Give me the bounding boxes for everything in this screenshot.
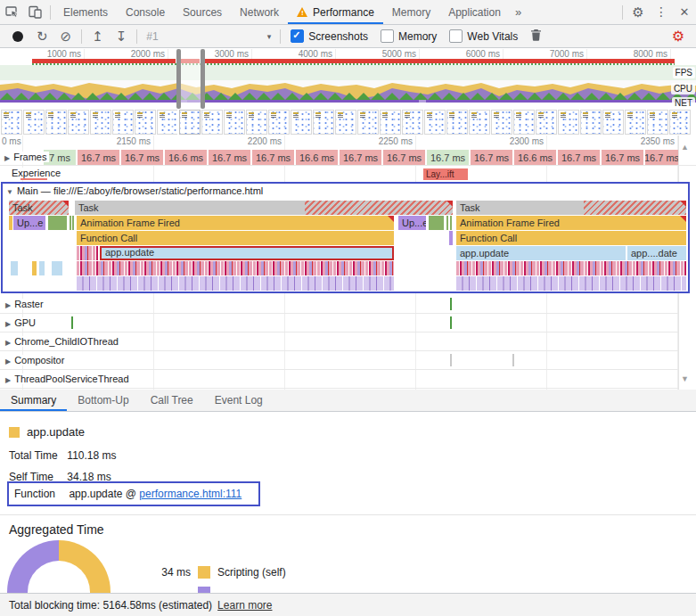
frames-track-label[interactable]: ▶Frames bbox=[2, 152, 49, 162]
save-profile-icon[interactable]: ↧ bbox=[116, 29, 127, 44]
style-recalc-fragments[interactable] bbox=[77, 246, 98, 260]
main-thread-header[interactable]: ▼Main — file:///E:/aboy/fe/browser/stati… bbox=[3, 184, 688, 201]
frame-duration-cell[interactable]: 16.6 ms bbox=[513, 150, 556, 165]
screenshot-thumbnail[interactable] bbox=[179, 110, 201, 135]
paint-bar[interactable] bbox=[48, 216, 67, 230]
function-call-bar[interactable]: Function Call bbox=[456, 231, 686, 245]
screenshot-thumbnail[interactable] bbox=[23, 110, 45, 135]
tab-call-tree[interactable]: Call Tree bbox=[140, 390, 204, 411]
tab-console[interactable]: Console bbox=[117, 0, 174, 24]
tab-bottom-up[interactable]: Bottom-Up bbox=[67, 390, 139, 411]
recording-history-select[interactable]: #1 ▾ bbox=[146, 30, 271, 43]
tab-application[interactable]: Application bbox=[439, 0, 510, 24]
checkbox-screenshots[interactable]: Screenshots bbox=[291, 29, 368, 43]
frame-duration-cell[interactable]: 16.7 ms bbox=[251, 150, 294, 165]
frame-duration-cell[interactable]: 16.7 ms bbox=[382, 150, 425, 165]
animation-frame-fired-bar[interactable]: Animation Frame Fired bbox=[456, 216, 686, 230]
app-update-bar[interactable]: app.update bbox=[456, 246, 626, 260]
screenshot-thumbnail[interactable] bbox=[45, 110, 67, 135]
frame-duration-cell[interactable]: 16.7 ms bbox=[601, 150, 643, 165]
frame-duration-cell[interactable]: 16.7 ms bbox=[77, 150, 119, 165]
recalc-style-stripes[interactable] bbox=[456, 276, 686, 291]
js-fragment[interactable] bbox=[11, 261, 18, 275]
more-options-icon[interactable]: ⋮ bbox=[650, 1, 673, 24]
screenshot-thumbnail[interactable] bbox=[224, 110, 245, 135]
screenshot-thumbnail[interactable] bbox=[536, 110, 557, 135]
reload-and-record-icon[interactable]: ↻ bbox=[37, 29, 48, 44]
learn-more-link[interactable]: Learn more bbox=[217, 599, 272, 612]
screenshot-thumbnail[interactable] bbox=[580, 110, 602, 135]
task-bar[interactable]: Task bbox=[75, 201, 453, 215]
record-button[interactable] bbox=[12, 31, 23, 42]
recalc-style-stripes[interactable] bbox=[77, 276, 394, 291]
screenshot-thumbnail[interactable] bbox=[68, 110, 89, 135]
screenshot-thumbnail[interactable] bbox=[90, 110, 111, 135]
screenshot-thumbnail[interactable] bbox=[246, 110, 267, 135]
update-layer-tree-bar[interactable]: Up...e bbox=[13, 216, 45, 230]
timeline-overview[interactable]: 1000 ms2000 ms3000 ms4000 ms5000 ms6000 … bbox=[0, 49, 696, 109]
track-row-chrome_childiothread[interactable]: ▶Chrome_ChildIOThread bbox=[0, 333, 678, 351]
tab-memory[interactable]: Memory bbox=[383, 0, 439, 24]
screenshot-thumbnail[interactable] bbox=[201, 110, 223, 135]
selection-right-handle[interactable] bbox=[201, 49, 205, 109]
paint-bar[interactable] bbox=[429, 216, 444, 230]
tab-performance[interactable]: Performance bbox=[288, 0, 383, 24]
paint-bar[interactable] bbox=[72, 216, 74, 230]
screenshot-thumbnail[interactable] bbox=[291, 110, 312, 135]
screenshot-thumbnail[interactable] bbox=[335, 110, 356, 135]
checkbox-box[interactable] bbox=[291, 29, 304, 43]
screenshot-thumbnail[interactable] bbox=[402, 110, 423, 135]
frame-duration-cell[interactable]: 16.7 ms bbox=[208, 150, 250, 165]
checkbox-web-vitals[interactable]: Web Vitals bbox=[449, 29, 518, 43]
long-task-bar[interactable]: Task bbox=[9, 201, 69, 215]
track-row-raster[interactable]: ▶Raster bbox=[0, 295, 678, 314]
screenshot-thumbnail[interactable] bbox=[513, 110, 535, 135]
screenshot-thumbnail[interactable] bbox=[558, 110, 579, 135]
paint-bar[interactable] bbox=[450, 216, 452, 230]
frame-duration-cell[interactable]: 16.6 ms bbox=[295, 150, 338, 165]
screenshot-thumbnail[interactable] bbox=[602, 110, 624, 135]
capture-settings-gear-icon[interactable]: ⚙ bbox=[672, 29, 684, 44]
main-thread-group[interactable]: ▼Main — file:///E:/aboy/fe/browser/stati… bbox=[1, 182, 690, 293]
track-row-threadpoolservicethread[interactable]: ▶ThreadPoolServiceThread bbox=[0, 370, 678, 389]
tab-elements[interactable]: Elements bbox=[54, 0, 117, 24]
frame-duration-cell[interactable]: 16.7 ms bbox=[120, 150, 163, 165]
paint-bar[interactable] bbox=[446, 216, 448, 230]
load-profile-icon[interactable]: ↥ bbox=[92, 29, 103, 44]
frame-duration-cell[interactable]: 16.7 ms bbox=[339, 150, 381, 165]
tab-summary[interactable]: Summary bbox=[0, 390, 67, 411]
screenshot-thumbnail[interactable] bbox=[446, 110, 468, 135]
settings-gear-icon[interactable]: ⚙ bbox=[626, 1, 650, 24]
experience-track-label[interactable]: Experience bbox=[9, 168, 63, 178]
frame-duration-cell[interactable]: 16.7 ms bbox=[644, 150, 678, 165]
style-layout-stripes[interactable] bbox=[456, 261, 686, 275]
source-location-link[interactable]: performance.html:111 bbox=[139, 488, 242, 500]
style-layout-stripes[interactable] bbox=[77, 261, 394, 275]
frame-duration-cell[interactable]: 16.7 ms bbox=[557, 150, 600, 165]
screenshot-thumbnail[interactable] bbox=[313, 110, 334, 135]
screenshot-thumbnail[interactable] bbox=[625, 110, 646, 135]
tab-event-log[interactable]: Event Log bbox=[204, 390, 274, 411]
inspect-element-icon[interactable] bbox=[0, 1, 23, 24]
app-update-bar-selected[interactable]: app.update bbox=[100, 246, 394, 260]
tab-sources[interactable]: Sources bbox=[174, 0, 231, 24]
frame-duration-cell[interactable]: 16.6 ms bbox=[164, 150, 207, 165]
track-row-gpu[interactable]: ▶GPU bbox=[0, 314, 678, 333]
screenshot-thumbnail[interactable] bbox=[357, 110, 379, 135]
screenshot-thumbnail[interactable] bbox=[135, 110, 156, 135]
overview-selection-window[interactable] bbox=[181, 49, 201, 109]
js-fragment[interactable] bbox=[52, 261, 62, 275]
screenshot-thumbnail[interactable] bbox=[268, 110, 290, 135]
paint-bar[interactable] bbox=[70, 216, 71, 230]
layout-shift-badge[interactable]: Lay...ift bbox=[423, 168, 468, 180]
scroll-up-arrow[interactable]: ▲ bbox=[681, 143, 689, 152]
checkbox-box[interactable] bbox=[449, 29, 463, 43]
screenshot-thumbnail[interactable] bbox=[112, 110, 134, 135]
device-toolbar-icon[interactable] bbox=[23, 1, 46, 24]
js-fragment[interactable] bbox=[39, 261, 45, 275]
scroll-down-arrow[interactable]: ▼ bbox=[681, 374, 689, 383]
event-fragment[interactable] bbox=[32, 261, 37, 275]
garbage-collect-icon[interactable] bbox=[530, 29, 542, 44]
tab-network[interactable]: Network bbox=[231, 0, 288, 24]
checkbox-box[interactable] bbox=[381, 29, 394, 43]
